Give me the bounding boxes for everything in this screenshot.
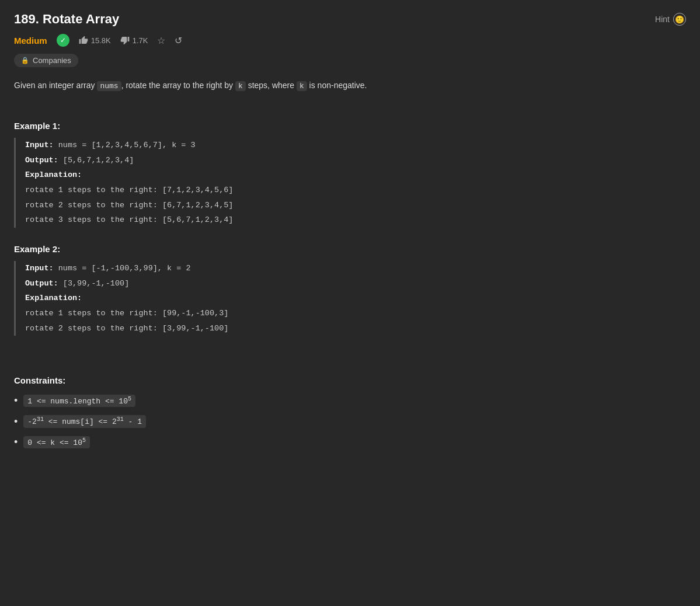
example-1-output: Output: [5,6,7,1,2,3,4]: [25, 153, 686, 168]
output-label-2: Output:: [25, 279, 63, 288]
header-right: Hint 🙂: [655, 13, 686, 26]
constraint-list: • 1 <= nums.length <= 105 • -231 <= nums…: [14, 395, 686, 448]
constraint-item-1: • 1 <= nums.length <= 105: [14, 395, 686, 407]
companies-label: Companies: [33, 56, 71, 65]
k-code: k: [235, 81, 246, 91]
downvote-count: 1.7K: [133, 36, 148, 45]
explanation-label-2: Explanation:: [25, 294, 82, 302]
example-2-output: Output: [3,99,-1,-100]: [25, 276, 686, 291]
hint-button[interactable]: Hint 🙂: [655, 13, 686, 26]
example-2-step-1: rotate 1 steps to the right: [99,-1,-100…: [25, 306, 686, 321]
desc-text-end: is non-negative.: [307, 81, 367, 90]
thumbs-up-icon: [79, 36, 88, 45]
star-button[interactable]: ☆: [157, 35, 165, 46]
example-1-input: Input: nums = [1,2,3,4,5,6,7], k = 3: [25, 138, 686, 153]
example-2-block: Input: nums = [-1,-100,3,99], k = 2 Outp…: [14, 261, 686, 336]
desc-text-before: Given an integer array: [14, 81, 97, 90]
companies-tag[interactable]: 🔒 Companies: [14, 54, 78, 67]
constraint-code-1: 1 <= nums.length <= 105: [23, 395, 135, 407]
hint-label: Hint: [655, 15, 670, 24]
header-row: 189. Rotate Array Hint 🙂: [14, 12, 686, 27]
bullet-2: •: [14, 416, 18, 428]
smiley-icon: 🙂: [673, 13, 686, 26]
desc-text-after-k: steps, where: [246, 81, 297, 90]
output-label-1: Output:: [25, 156, 63, 165]
upvote-count: 15.8K: [91, 36, 111, 45]
example-1-block: Input: nums = [1,2,3,4,5,6,7], k = 3 Out…: [14, 138, 686, 228]
constraints-title: Constraints:: [14, 375, 686, 385]
example-1-step-1: rotate 1 steps to the right: [7,1,2,3,4,…: [25, 183, 686, 198]
constraint-item-2: • -231 <= nums[i] <= 231 - 1: [14, 415, 686, 427]
example-1-section: Example 1: Input: nums = [1,2,3,4,5,6,7]…: [14, 121, 686, 228]
spacer2: [14, 352, 686, 364]
spacer1: [14, 109, 686, 121]
k-code2: k: [297, 81, 307, 91]
bullet-1: •: [14, 395, 18, 407]
example-2-step-2: rotate 2 steps to the right: [3,99,-1,-1…: [25, 321, 686, 336]
input-label-1: Input:: [25, 141, 58, 149]
example-2-section: Example 2: Input: nums = [-1,-100,3,99],…: [14, 244, 686, 336]
refresh-button[interactable]: ↺: [175, 35, 182, 46]
example-1-title: Example 1:: [14, 121, 686, 131]
difficulty-badge: Medium: [14, 36, 47, 46]
constraints-section: Constraints: • 1 <= nums.length <= 105 •…: [14, 375, 686, 448]
constraint-code-2: -231 <= nums[i] <= 231 - 1: [23, 415, 146, 427]
page-title: 189. Rotate Array: [14, 12, 119, 27]
input-value-2: nums = [-1,-100,3,99], k = 2: [58, 264, 191, 273]
input-value-1: nums = [1,2,3,4,5,6,7], k = 3: [58, 141, 196, 149]
output-value-2: [3,99,-1,-100]: [63, 279, 129, 288]
bullet-3: •: [14, 436, 18, 448]
nums-code: nums: [97, 81, 121, 91]
output-value-1: [5,6,7,1,2,3,4]: [63, 156, 134, 165]
example-2-explanation-label: Explanation:: [25, 291, 686, 306]
example-2-input: Input: nums = [-1,-100,3,99], k = 2: [25, 261, 686, 276]
check-icon: ✓: [57, 34, 69, 47]
example-1-explanation-label: Explanation:: [25, 168, 686, 183]
constraint-item-3: • 0 <= k <= 105: [14, 436, 686, 448]
input-label-2: Input:: [25, 264, 58, 273]
constraint-code-3: 0 <= k <= 105: [23, 436, 90, 448]
thumbs-down-icon: [120, 36, 130, 45]
spacer3: [14, 364, 686, 375]
example-1-step-2: rotate 2 steps to the right: [6,7,1,2,3,…: [25, 198, 686, 213]
meta-row: Medium ✓ 15.8K 1.7K ☆ ↺: [14, 34, 686, 47]
example-2-title: Example 2:: [14, 244, 686, 254]
example-1-step-3: rotate 3 steps to the right: [5,6,7,1,2,…: [25, 213, 686, 228]
description: Given an integer array nums, rotate the …: [14, 79, 686, 93]
upvote-button[interactable]: 15.8K: [79, 36, 111, 45]
downvote-button[interactable]: 1.7K: [120, 36, 148, 45]
lock-icon: 🔒: [21, 57, 29, 64]
desc-text-after-nums: , rotate the array to the right by: [121, 81, 235, 90]
explanation-label-1: Explanation:: [25, 170, 82, 179]
page-container: 189. Rotate Array Hint 🙂 Medium ✓ 15.8K …: [0, 0, 700, 468]
